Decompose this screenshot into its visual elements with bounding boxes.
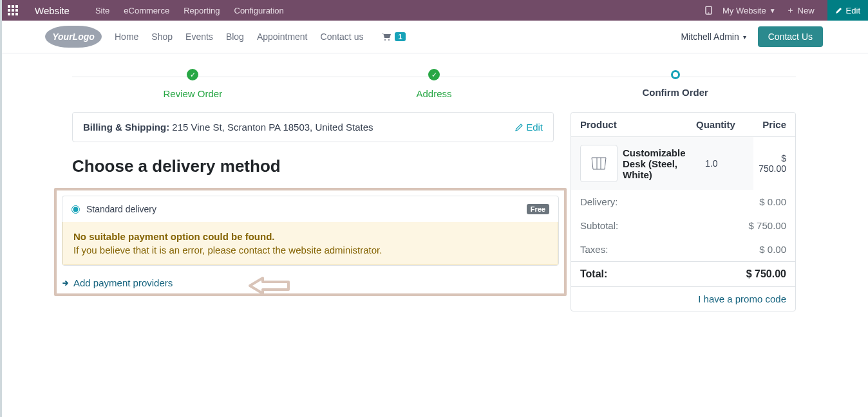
plus-icon: ＋ <box>786 5 795 16</box>
window-scrollbar-edge <box>0 0 2 311</box>
new-button[interactable]: ＋ New <box>786 5 815 16</box>
billing-shipping-box: Billing & Shipping: 215 Vine St, Scranto… <box>72 112 554 142</box>
step-confirm-order[interactable]: Confirm Order <box>554 70 796 98</box>
website-selector[interactable]: My Website ▼ <box>722 6 776 15</box>
user-menu[interactable]: Mitchell Admin ▾ <box>681 32 746 42</box>
topbar-menu: Site eCommerce Reporting Configuration <box>95 6 284 15</box>
billing-address: 215 Vine St, Scranton PA 18503, United S… <box>172 122 373 133</box>
promo-code-link[interactable]: I have a promo code <box>571 286 795 311</box>
contact-us-button[interactable]: Contact Us <box>758 26 823 47</box>
caret-down-icon: ▼ <box>769 7 776 14</box>
cart-icon <box>381 32 392 41</box>
delivery-option-standard[interactable]: Standard delivery Free <box>62 196 558 222</box>
delivery-radio[interactable] <box>71 205 80 214</box>
menu-configuration[interactable]: Configuration <box>234 6 284 15</box>
nav-blog[interactable]: Blog <box>226 32 244 42</box>
annotation-highlight: Standard delivery Free No suitable payme… <box>54 188 567 296</box>
menu-reporting[interactable]: Reporting <box>184 6 220 15</box>
current-step-icon <box>671 70 680 79</box>
topbar: Website Site eCommerce Reporting Configu… <box>0 0 868 21</box>
apps-icon[interactable] <box>8 5 18 15</box>
nav-appointment[interactable]: Appointment <box>257 32 308 42</box>
product-thumbnail <box>580 145 618 182</box>
site-logo[interactable]: YourLogo <box>45 26 102 48</box>
summary-row-taxes: Taxes: $ 0.00 <box>571 237 795 261</box>
annotation-arrow-icon <box>243 273 292 301</box>
check-icon: ✓ <box>428 69 440 80</box>
col-price: Price <box>744 119 786 130</box>
warning-text: If you believe that it is an error, plea… <box>73 245 547 255</box>
menu-site[interactable]: Site <box>95 6 109 15</box>
payment-warning: No suitable payment option could be foun… <box>62 222 558 265</box>
svg-point-1 <box>708 12 710 14</box>
delivery-box: Standard delivery Free No suitable payme… <box>62 196 559 266</box>
delivery-option-label: Standard delivery <box>86 204 156 214</box>
product-price: $ 750.00 <box>753 137 795 190</box>
summary-row-delivery: Delivery: $ 0.00 <box>571 190 795 214</box>
app-title[interactable]: Website <box>35 5 70 16</box>
warning-title: No suitable payment option could be foun… <box>73 231 547 242</box>
check-icon: ✓ <box>187 69 198 80</box>
col-quantity: Quantity <box>696 119 744 130</box>
checkout-stepper: ✓ Review Order ✓ Address Confirm Order <box>72 69 796 99</box>
billing-label: Billing & Shipping: <box>83 122 169 133</box>
summary-row-total: Total: $ 750.00 <box>571 261 795 286</box>
free-badge: Free <box>527 204 549 214</box>
pencil-icon <box>515 123 524 131</box>
summary-row-subtotal: Subtotal: $ 750.00 <box>571 214 795 237</box>
add-payment-providers-link[interactable]: Add payment providers <box>62 277 559 288</box>
arrow-right-icon <box>62 279 70 287</box>
product-qty: 1.0 <box>705 158 753 169</box>
edit-button[interactable]: Edit <box>827 0 868 21</box>
nav-events[interactable]: Events <box>185 32 213 42</box>
menu-ecommerce[interactable]: eCommerce <box>124 6 169 15</box>
step-review-order[interactable]: ✓ Review Order <box>72 69 314 99</box>
product-name: Customizable Desk (Steel, White) <box>623 147 705 180</box>
caret-down-icon: ▾ <box>743 33 746 41</box>
nav-links: Home Shop Events Blog Appointment Contac… <box>115 32 363 42</box>
edit-address-link[interactable]: Edit <box>515 122 543 133</box>
site-header: YourLogo Home Shop Events Blog Appointme… <box>0 21 868 53</box>
col-product: Product <box>580 119 696 130</box>
nav-home[interactable]: Home <box>115 32 138 42</box>
cart-count-badge: 1 <box>395 32 405 41</box>
nav-shop[interactable]: Shop <box>151 32 173 42</box>
order-summary: Product Quantity Price Customizable Desk… <box>571 112 796 311</box>
nav-contact[interactable]: Contact us <box>321 32 364 42</box>
mobile-preview-icon[interactable] <box>705 6 712 15</box>
summary-item: Customizable Desk (Steel, White) 1.0 $ 7… <box>571 137 795 190</box>
delivery-heading: Choose a delivery method <box>72 156 554 176</box>
step-address[interactable]: ✓ Address <box>314 69 555 99</box>
cart-button[interactable]: 1 <box>381 32 405 41</box>
